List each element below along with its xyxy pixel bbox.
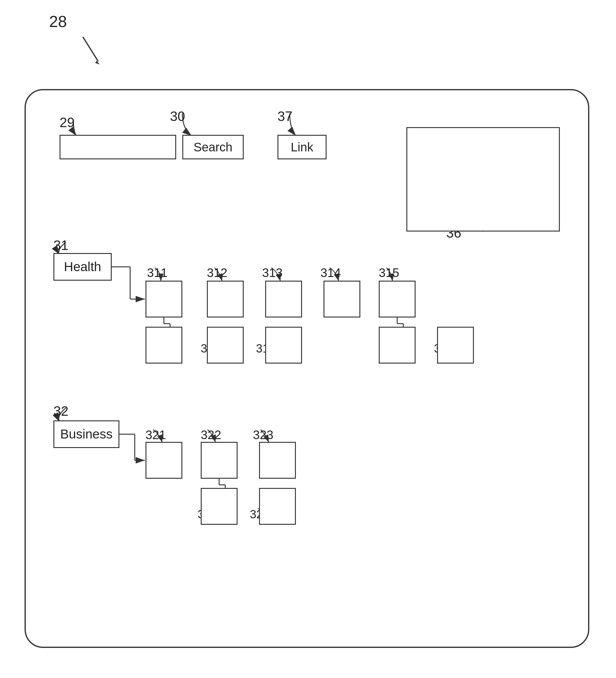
business-box[interactable]: Business xyxy=(53,420,119,448)
main-container: 29 30 37 36 Search Link 31 Health 311 31… xyxy=(25,89,589,648)
display-box-36 xyxy=(407,127,560,231)
label-29: 29 xyxy=(60,115,75,130)
box-323[interactable] xyxy=(259,442,296,479)
label-323: 323 xyxy=(253,428,273,442)
label-312: 312 xyxy=(207,266,227,280)
search-input[interactable] xyxy=(60,135,176,159)
label-321: 321 xyxy=(146,428,166,442)
svg-marker-1 xyxy=(95,61,100,65)
box-3113[interactable] xyxy=(265,327,302,364)
label-32: 32 xyxy=(53,404,69,419)
box-312[interactable] xyxy=(207,281,244,317)
label-313: 313 xyxy=(262,266,283,280)
box-3111[interactable] xyxy=(146,327,182,364)
label-311: 311 xyxy=(147,266,167,280)
label-315: 315 xyxy=(379,266,399,280)
box-315[interactable] xyxy=(379,281,416,317)
box-3222[interactable] xyxy=(259,488,296,525)
label-28: 28 xyxy=(49,12,67,31)
box-313[interactable] xyxy=(265,281,302,317)
health-box[interactable]: Health xyxy=(53,253,112,281)
label-314: 314 xyxy=(320,266,341,280)
box-3221[interactable] xyxy=(201,488,238,525)
box-314[interactable] xyxy=(323,281,360,317)
box-3152[interactable] xyxy=(437,327,474,364)
box-321[interactable] xyxy=(146,442,182,479)
label-37: 37 xyxy=(277,109,293,124)
box-3112[interactable] xyxy=(207,327,244,364)
box-322[interactable] xyxy=(201,442,238,479)
label-31: 31 xyxy=(53,238,69,253)
search-button[interactable]: Search xyxy=(182,135,244,159)
label-30: 30 xyxy=(170,109,185,124)
box-3151[interactable] xyxy=(379,327,416,364)
svg-line-0 xyxy=(83,37,98,62)
box-311[interactable] xyxy=(146,281,182,317)
label-322: 322 xyxy=(201,428,221,442)
page-wrapper: 28 xyxy=(0,0,616,678)
link-button[interactable]: Link xyxy=(277,135,326,159)
